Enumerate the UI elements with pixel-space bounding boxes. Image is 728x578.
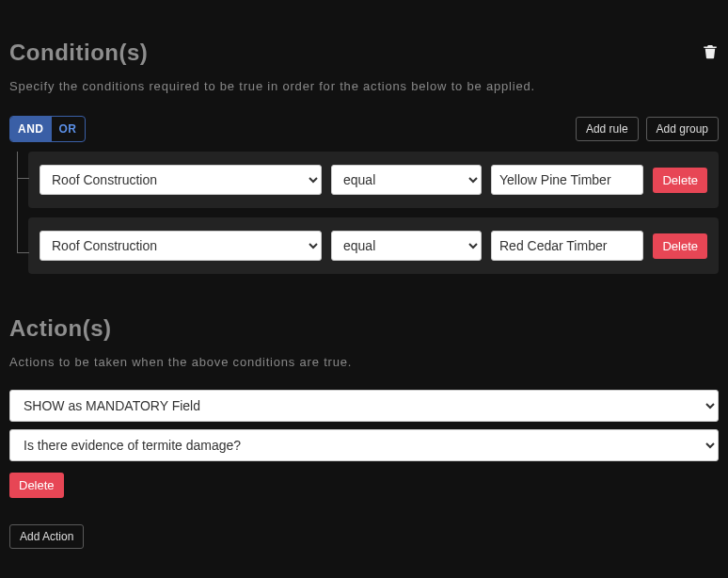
trash-icon	[702, 41, 719, 60]
add-rule-button[interactable]: Add rule	[576, 117, 639, 141]
action-delete-button[interactable]: Delete	[9, 473, 64, 498]
add-group-button[interactable]: Add group	[646, 117, 719, 141]
rule-delete-button[interactable]: Delete	[653, 168, 707, 193]
action-item: SHOW as MANDATORY Field Is there evidenc…	[9, 390, 719, 498]
rule-row: Roof Construction equal Delete	[28, 152, 719, 208]
actions-subtext: Actions to be taken when the above condi…	[9, 355, 719, 369]
rule-field-select[interactable]: Roof Construction	[40, 165, 322, 195]
logic-toggle: AND OR	[9, 116, 86, 142]
rule-value-input[interactable]	[491, 165, 643, 195]
logic-and-button[interactable]: AND	[10, 117, 52, 141]
rule-field-select[interactable]: Roof Construction	[40, 231, 322, 261]
rule-value-input[interactable]	[491, 231, 643, 261]
logic-or-button[interactable]: OR	[52, 117, 85, 141]
rule-connector-line	[17, 152, 28, 253]
conditions-heading: Condition(s)	[9, 40, 148, 66]
rule-operator-select[interactable]: equal	[331, 231, 482, 261]
rule-row: Roof Construction equal Delete	[28, 217, 719, 274]
add-action-button[interactable]: Add Action	[9, 524, 84, 549]
action-target-select[interactable]: Is there evidence of termite damage?	[9, 429, 719, 461]
delete-conditions-icon[interactable]	[702, 41, 719, 64]
conditions-subtext: Specify the conditions required to be tr…	[9, 79, 719, 93]
action-type-select[interactable]: SHOW as MANDATORY Field	[9, 390, 719, 422]
rule-operator-select[interactable]: equal	[331, 165, 482, 195]
actions-heading: Action(s)	[9, 315, 719, 342]
rule-delete-button[interactable]: Delete	[653, 233, 707, 259]
